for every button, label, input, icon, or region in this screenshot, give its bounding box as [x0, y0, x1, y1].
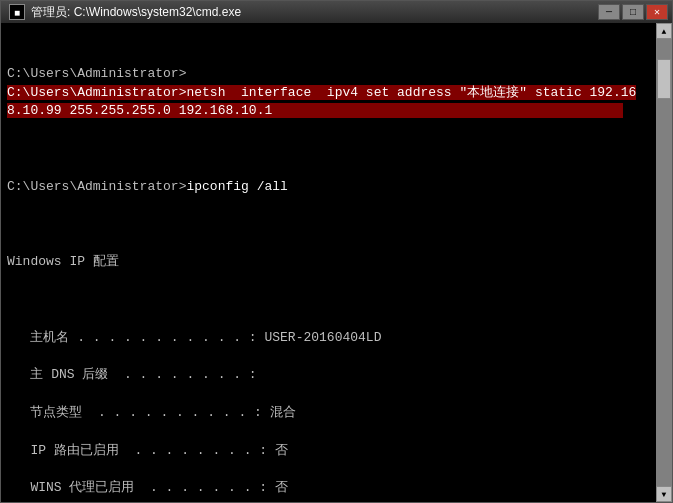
line-dns-suffix: 主 DNS 后缀 . . . . . . . . : — [7, 366, 650, 385]
title-bar: ■ 管理员: C:\Windows\system32\cmd.exe ─ □ ✕ — [1, 1, 672, 23]
maximize-button[interactable]: □ — [622, 4, 644, 20]
cmd-window: ■ 管理员: C:\Windows\system32\cmd.exe ─ □ ✕… — [0, 0, 673, 503]
title-bar-text: ■ 管理员: C:\Windows\system32\cmd.exe — [9, 4, 241, 21]
title-bar-buttons: ─ □ ✕ — [598, 4, 668, 20]
line-blank3 — [7, 291, 650, 310]
minimize-button[interactable]: ─ — [598, 4, 620, 20]
scrollbar-track[interactable] — [656, 39, 672, 486]
line-ip-routing: IP 路由已启用 . . . . . . . . : 否 — [7, 442, 650, 461]
console-output[interactable]: C:\Users\Administrator>C:\Users\Administ… — [1, 23, 656, 502]
close-button[interactable]: ✕ — [646, 4, 668, 20]
line-blank2 — [7, 215, 650, 234]
line-1: C:\Users\Administrator> — [7, 65, 650, 84]
line-wip: Windows IP 配置 — [7, 253, 650, 272]
scroll-down-button[interactable]: ▼ — [656, 486, 672, 502]
line-wins: WINS 代理已启用 . . . . . . . : 否 — [7, 479, 650, 498]
cmd-icon: ■ — [9, 4, 25, 20]
line-hostname: 主机名 . . . . . . . . . . . : USER-2016040… — [7, 329, 650, 348]
scrollbar-thumb[interactable] — [657, 59, 671, 99]
scroll-up-button[interactable]: ▲ — [656, 23, 672, 39]
line-3: 8.10.99 255.255.255.0 192.168.10.1 — [7, 102, 650, 121]
line-blank1 — [7, 140, 650, 159]
line-cmd: C:\Users\Administrator>ipconfig /all — [7, 178, 650, 197]
line-node-type: 节点类型 . . . . . . . . . . : 混合 — [7, 404, 650, 423]
scrollbar[interactable]: ▲ ▼ — [656, 23, 672, 502]
console-body: C:\Users\Administrator>C:\Users\Administ… — [1, 23, 672, 502]
line-2: C:\Users\Administrator>netsh interface i… — [7, 84, 650, 103]
